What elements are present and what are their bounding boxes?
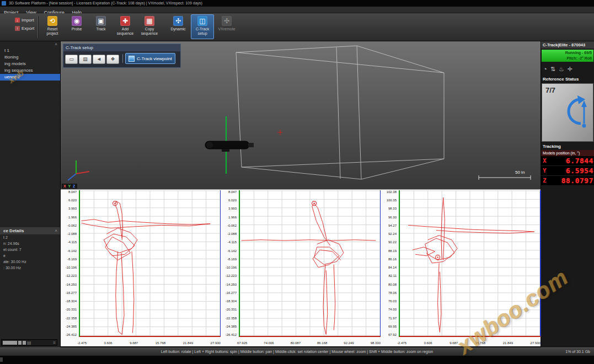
grid-icon[interactable]: ▤ <box>27 340 31 345</box>
chart-panel-trajectory-y: 8.0476.0203.9931.966-0.062-2.088-4.115-6… <box>221 189 381 346</box>
y-tick-label: 6.020 <box>228 199 237 202</box>
probe-button[interactable]: ◉Probe <box>65 14 88 39</box>
speaker-icon[interactable]: ◄ <box>93 55 105 64</box>
coord-axis-label: Z <box>543 177 547 184</box>
y-tick-label: -6.142 <box>227 249 237 253</box>
toolbar-buttons: ⟲Reset project◉Probe▣Track✚Add sequence▦… <box>41 14 239 39</box>
coord-value: 6.7844 <box>566 157 593 165</box>
tracker-header: C-Track|Elite - 870043 <box>541 41 594 49</box>
y-tick-label: -4.115 <box>67 240 77 244</box>
tree-item[interactable]: ing sequences <box>0 67 60 74</box>
toolbar: ↓ Import ↑ Export ⟲Reset project◉Probe▣T… <box>0 13 594 41</box>
target-icon[interactable]: ✛ <box>568 65 572 73</box>
y-tick-label: 71.97 <box>388 317 397 320</box>
y-tick-label: 8.047 <box>68 190 77 194</box>
tree-item[interactable]: ing models <box>0 61 60 67</box>
updown-arrows-icon[interactable]: ⇅ <box>550 65 555 73</box>
overlay-icon-row: ▭▤◄❖ <box>65 53 120 64</box>
tree-item[interactable]: itioning <box>0 54 60 61</box>
x-tick-label: 98.330 <box>371 341 381 345</box>
collapse-chevron-icon[interactable]: ˄ <box>55 42 57 47</box>
overlay-separator <box>122 54 123 63</box>
menu-lines-icon[interactable]: ≡ <box>53 340 56 345</box>
resize-notch <box>0 357 3 362</box>
viewpoint-icon <box>129 56 135 62</box>
y-tick-label: -20.331 <box>66 308 77 311</box>
x-tick-label: 21.849 <box>503 341 513 345</box>
y-tick-label: -26.412 <box>226 333 237 336</box>
y-tick-label: -18.304 <box>226 299 237 303</box>
detail-line: t 2 <box>0 234 60 240</box>
add-sequence-button[interactable]: ✚Add sequence <box>114 14 137 39</box>
temperature-icon[interactable]: ♨ <box>559 65 564 73</box>
import-icon: ↓ <box>15 18 20 23</box>
ctrack-setup-button[interactable]: ◫C-Track setup <box>191 14 214 39</box>
reference-status-label: Reference Status <box>541 75 594 83</box>
chart-plot[interactable] <box>79 190 221 337</box>
tracker-status-box: Running - 69/5 Pitch: -2° Roll <box>542 50 593 62</box>
frustum-wireframe <box>236 46 444 179</box>
track-button[interactable]: ▣Track <box>89 14 113 39</box>
y-tick-label: 78.06 <box>388 291 397 295</box>
vxremote-icon: ✣ <box>222 16 232 26</box>
ctrack-viewpoint-button[interactable]: C-Track viewpoint <box>125 53 175 64</box>
detail-line: n: 24.96s <box>0 240 60 247</box>
vxremote-button[interactable]: ✣VXremote <box>215 14 238 39</box>
y-tick-label: -2.088 <box>67 232 77 235</box>
detail-line: ate: 30.00 Hz <box>0 259 60 265</box>
x-tick-label: -2.475 <box>77 341 87 345</box>
title-bar: 3D Software Platform - [New session] - L… <box>0 0 594 7</box>
x-tick-label: 27.930 <box>211 341 221 345</box>
tree-item[interactable]: uence 2 <box>0 74 60 81</box>
import-button[interactable]: ↓ Import <box>13 16 36 24</box>
y-tick-label: 76.03 <box>388 299 397 303</box>
y-tick-label: -18.304 <box>66 299 77 303</box>
y-tick-label: 1.966 <box>68 216 77 219</box>
y-tick-label: -10.196 <box>66 266 77 269</box>
y-tick-label: -2.088 <box>227 232 237 235</box>
split-view-icon[interactable]: ▤ <box>79 55 92 64</box>
bottom-bar <box>0 356 594 364</box>
chart-panel-trajectory-z: 102.38100.3598.3396.3094.2792.2490.2288.… <box>381 189 541 346</box>
export-icon: ↑ <box>15 26 20 31</box>
y-tick-label: -8.169 <box>227 258 237 261</box>
tree-item[interactable]: t 1 <box>0 47 60 54</box>
x-tick-label: 67.925 <box>237 341 247 345</box>
x-tick-label: 15.768 <box>475 341 485 345</box>
y-tick-label: -0.062 <box>227 224 237 227</box>
mouse-help-text: Left button: rotate | Left + Right butto… <box>161 348 434 356</box>
app-window: 3D Software Platform - [New session] - L… <box>0 0 594 364</box>
coord-row-z: Z88.0797 <box>541 176 594 186</box>
x-tick-label: 80.087 <box>291 341 301 345</box>
viewport-3d[interactable]: 50 in C-Track setup ▭▤◄❖ C-Track viewpoi… <box>61 41 541 189</box>
axis-z-label: Z <box>73 184 76 188</box>
y-tick-label: -0.062 <box>67 224 77 227</box>
reference-status-box: 7/7 <box>542 83 593 142</box>
ctrack-bar-model <box>205 141 254 152</box>
origin-triad-icon <box>68 160 89 180</box>
details-header[interactable]: ce Details ˄ <box>0 227 60 234</box>
add-sequence-icon: ✚ <box>120 16 130 26</box>
gauge-icon[interactable]: ◔ <box>543 65 547 73</box>
dynamic-button[interactable]: ✣Dynamic▾ <box>167 14 190 39</box>
reset-project-button[interactable]: ⟲Reset project <box>41 14 64 39</box>
y-tick-label: -12.223 <box>66 274 77 277</box>
right-panel: C-Track|Elite - 870043 Running - 69/5 Pi… <box>541 41 594 347</box>
axis-tab[interactable]: X Y Z <box>61 183 78 189</box>
details-collapse-icon[interactable]: ˄ <box>55 227 57 234</box>
chart-plot[interactable] <box>239 190 381 337</box>
x-tick-label: 9.687 <box>130 341 138 345</box>
single-view-icon[interactable]: ▭ <box>65 55 78 64</box>
x-tick-label: 3.606 <box>104 341 113 345</box>
y-tick-label: -10.196 <box>226 266 237 269</box>
y-tick-label: -6.142 <box>67 249 77 253</box>
y-tick-label: 80.08 <box>388 283 397 286</box>
chart-plot[interactable] <box>399 190 541 337</box>
y-tick-label: 96.30 <box>388 216 397 219</box>
sensor-view-icon[interactable]: ❖ <box>106 55 119 64</box>
y-tick-label: 74.00 <box>388 308 397 311</box>
progress-segment <box>18 341 22 345</box>
copy-sequence-button[interactable]: ▦Copy sequence <box>138 14 161 39</box>
x-tick-label: 27.930 <box>531 341 541 345</box>
export-button[interactable]: ↑ Export <box>13 24 36 33</box>
